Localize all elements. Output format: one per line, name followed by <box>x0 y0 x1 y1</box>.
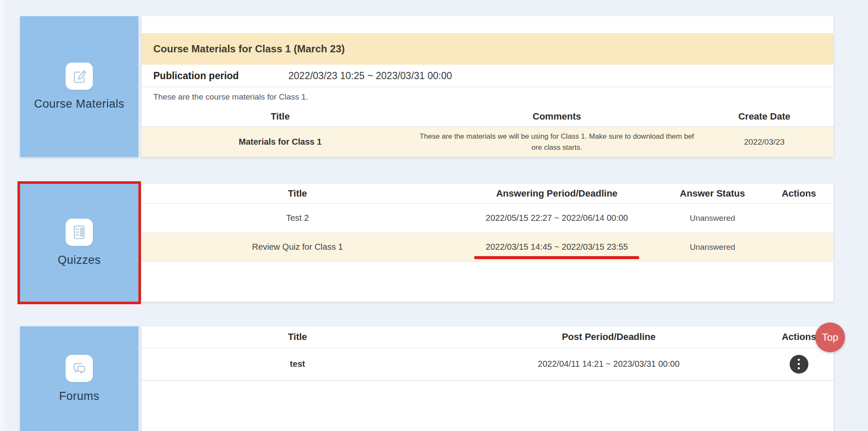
chat-bubbles-icon <box>66 355 93 382</box>
panel-top-spacer <box>142 16 834 33</box>
quiz-list-icon <box>66 219 93 246</box>
panel-empty-area <box>142 380 834 431</box>
forum-row-period: 2022/04/11 14:21 ~ 2023/03/31 00:00 <box>453 359 765 369</box>
quiz-row-period: 2022/03/15 14:45 ~ 2022/03/15 23:55 <box>453 233 661 261</box>
forums-table-header: Title Post Period/Deadline Actions <box>142 326 834 348</box>
publication-period-row: Publication period 2022/03/23 10:25 ~ 20… <box>142 65 834 87</box>
quizzes-section: Quizzes Title Answering Period/Deadline … <box>20 184 834 302</box>
table-row: Review Quiz for Class 1 2022/03/15 14:45… <box>142 232 834 261</box>
forums-tile-label: Forums <box>59 390 100 403</box>
page-left-margin <box>0 0 4 431</box>
quiz-row-period: 2022/05/15 22:27 ~ 2022/06/14 00:00 <box>453 213 661 223</box>
forums-section: Forums Title Post Period/Deadline Action… <box>20 326 834 431</box>
quiz-row-title-link[interactable]: Review Quiz for Class 1 <box>142 242 453 252</box>
col-header-actions: Actions <box>765 188 834 199</box>
quizzes-tile[interactable]: Quizzes <box>20 184 138 302</box>
publication-period-value: 2022/03/23 10:25 ~ 2023/03/31 00:00 <box>288 70 452 82</box>
table-row: test 2022/04/11 14:21 ~ 2023/03/31 00:00 <box>142 348 834 380</box>
material-description: These are the course materials for Class… <box>142 87 834 107</box>
panel-empty-area <box>142 261 834 302</box>
forums-panel: Title Post Period/Deadline Actions test … <box>142 326 834 431</box>
col-header-post-period: Post Period/Deadline <box>453 331 765 343</box>
col-header-title: Title <box>142 111 419 122</box>
col-header-create-date: Create Date <box>695 111 834 122</box>
material-row-comments: These are the materials we will be using… <box>419 131 696 153</box>
quiz-row-status: Unanswered <box>661 214 765 223</box>
col-header-title: Title <box>142 331 453 343</box>
materials-table-header: Title Comments Create Date <box>142 107 834 127</box>
course-materials-tile[interactable]: Course Materials <box>20 16 138 157</box>
table-row: Materials for Class 1 These are the mate… <box>142 127 834 157</box>
table-row: Test 2 2022/05/15 22:27 ~ 2022/06/14 00:… <box>142 203 834 232</box>
course-materials-section: Course Materials Course Materials for Cl… <box>20 16 834 157</box>
forum-row-title-link[interactable]: test <box>142 359 453 369</box>
quiz-row-title-link[interactable]: Test 2 <box>142 213 453 223</box>
scroll-to-top-button[interactable]: Top <box>815 323 845 352</box>
red-underline-annotation <box>474 256 639 259</box>
col-header-answering-period: Answering Period/Deadline <box>453 188 661 199</box>
quiz-row-status: Unanswered <box>661 243 765 252</box>
material-row-create-date: 2022/03/23 <box>695 137 834 147</box>
lms-course-contents-page: Course Materials Course Materials for Cl… <box>0 0 868 431</box>
publication-period-label: Publication period <box>142 70 288 82</box>
col-header-title: Title <box>142 188 453 199</box>
forum-row-actions <box>765 355 834 374</box>
kebab-menu-icon[interactable] <box>790 355 808 374</box>
forums-tile[interactable]: Forums <box>20 326 138 431</box>
material-title-bar[interactable]: Course Materials for Class 1 (March 23) <box>142 33 834 65</box>
quizzes-panel: Title Answering Period/Deadline Answer S… <box>142 184 834 302</box>
col-header-comments: Comments <box>419 111 696 122</box>
course-materials-panel: Course Materials for Class 1 (March 23) … <box>142 16 834 157</box>
quizzes-tile-label: Quizzes <box>57 254 101 267</box>
pencil-square-icon <box>66 63 93 90</box>
quizzes-table-header: Title Answering Period/Deadline Answer S… <box>142 184 834 203</box>
col-header-answer-status: Answer Status <box>661 188 765 199</box>
course-materials-tile-label: Course Materials <box>34 97 124 111</box>
material-row-title-link[interactable]: Materials for Class 1 <box>142 137 419 147</box>
